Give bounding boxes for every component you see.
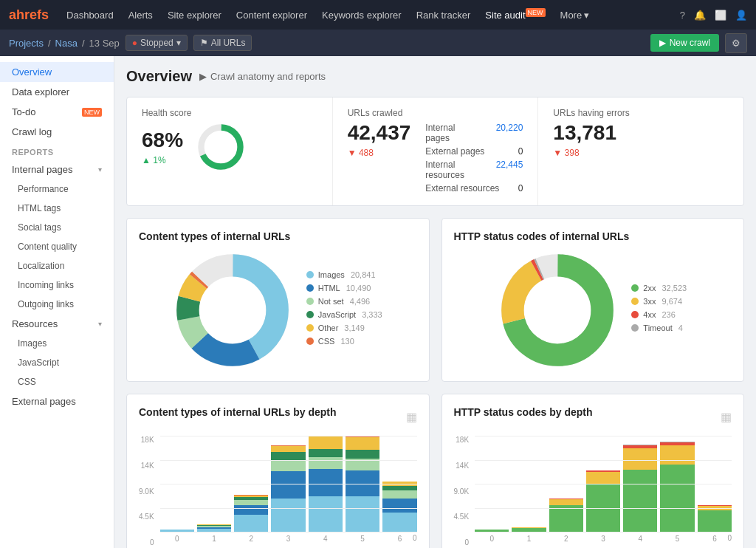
sidebar-item-css[interactable]: CSS (0, 372, 114, 391)
y-axis-labels-1: 18K14K9.0K4.5K0 (139, 436, 157, 547)
svg-point-9 (205, 282, 261, 338)
nav-alerts[interactable]: Alerts (123, 7, 159, 24)
urls-crawled-value: 42,437 (348, 121, 411, 145)
content-types-bar-title: Content types of internal URLs by depth (139, 406, 337, 418)
page-title: Overview (126, 68, 192, 85)
page-subtitle: ▶ Crawl anatomy and reports (199, 71, 326, 82)
bar-charts-row: Content types of internal URLs by depth … (126, 394, 744, 548)
bar-chart-icon-1: ▦ (406, 410, 417, 424)
sidebar-item-social-tags[interactable]: Social tags (0, 218, 114, 237)
filter-urls-button[interactable]: ⚑ All URLs (193, 35, 252, 51)
bar-chart-icon-2: ▦ (721, 410, 732, 424)
crawl-status-badge[interactable]: ● Stopped ▾ (126, 35, 188, 51)
http-status-bar-title: HTTP status codes by depth (454, 406, 593, 418)
y-axis-labels-2: 18K14K9.0K4.5K0 (454, 436, 472, 547)
sidebar-section-reports: REPORTS (0, 142, 114, 160)
sidebar-item-html-tags[interactable]: HTML tags (0, 199, 114, 218)
url-stats-breakdown: Internal pages 20,220 External pages 0 I… (425, 121, 523, 195)
help-icon[interactable]: ? (680, 10, 685, 21)
sidebar-item-data-explorer[interactable]: Data explorer (0, 82, 114, 102)
pie-charts-row: Content types of internal URLs (126, 218, 744, 382)
content-types-pie-title: Content types of internal URLs (139, 230, 417, 242)
nav-content-explorer[interactable]: Content explorer (230, 7, 313, 24)
content-types-legend: Images20,841 HTML10,490 Not set4,496 Jav… (306, 270, 382, 350)
nav-rank-tracker[interactable]: Rank tracker (410, 7, 477, 24)
http-status-legend: 2xx32,523 3xx9,674 4xx236 Timeout4 (631, 284, 687, 337)
breadcrumb-projects[interactable]: Projects (9, 38, 44, 49)
sidebar-item-overview[interactable]: Overview (0, 62, 114, 82)
nav-site-explorer[interactable]: Site explorer (162, 7, 227, 24)
sidebar-item-incoming-links[interactable]: Incoming links (0, 275, 114, 295)
nav-more[interactable]: More ▾ (554, 7, 596, 24)
screen-icon[interactable]: ⬜ (715, 10, 726, 21)
nav-keywords-explorer[interactable]: Keywords explorer (316, 7, 408, 24)
breadcrumb-date: 13 Sep (89, 38, 120, 49)
stats-row: Health score 68% ▲ 1% URLs c (126, 97, 744, 206)
sidebar-item-external-pages[interactable]: External pages (0, 391, 114, 411)
nav-icons: ? 🔔 ⬜ 👤 (680, 10, 747, 21)
user-icon[interactable]: 👤 (735, 10, 747, 21)
sidebar-item-resources[interactable]: Resources ▾ (0, 314, 114, 334)
nav-site-audit[interactable]: Site auditNEW (479, 6, 551, 24)
http-status-pie-card: HTTP status codes of internal URLs (441, 218, 745, 382)
content-types-bar-card: Content types of internal URLs by depth … (126, 394, 430, 548)
sidebar-item-outgoing-links[interactable]: Outgoing links (0, 295, 114, 314)
logo: ahrefs (9, 7, 49, 23)
sidebar-item-internal-pages[interactable]: Internal pages ▾ (0, 160, 114, 179)
http-status-donut (498, 251, 616, 369)
crawl-settings-button[interactable]: ⚙ (725, 33, 747, 53)
sidebar-item-todo[interactable]: To-do NEW (0, 102, 114, 122)
svg-point-1 (202, 127, 241, 166)
health-score-change: ▲ 1% (142, 155, 183, 165)
sidebar-item-content-quality[interactable]: Content quality (0, 237, 114, 256)
notifications-icon[interactable]: 🔔 (694, 10, 706, 21)
urls-crawled-change: ▼ 488 (348, 148, 411, 158)
bar-chart-area-1: 0 1 2 3 4 5 6 0 (160, 436, 417, 547)
urls-errors-label: URLs having errors (553, 108, 729, 118)
urls-crawled-label: URLs crawled (348, 108, 523, 118)
play-icon: ▶ (199, 71, 207, 82)
health-score-value: 68% (142, 129, 183, 152)
sidebar: Overview Data explorer To-do NEW Crawl l… (0, 56, 114, 548)
health-score-donut (195, 121, 247, 173)
sidebar-item-performance[interactable]: Performance (0, 179, 114, 199)
top-navigation: ahrefs Dashboard Alerts Site explorer Co… (0, 0, 756, 30)
x-axis-labels-1: 0 1 2 3 4 5 6 (160, 535, 417, 543)
urls-errors-change: ▼ 398 (553, 148, 729, 158)
nav-dashboard[interactable]: Dashboard (61, 7, 120, 24)
health-score-label: Health score (142, 108, 317, 118)
main-content: Overview ▶ Crawl anatomy and reports Hea… (114, 56, 756, 548)
breadcrumb: Projects / Nasa / 13 Sep (9, 38, 120, 49)
svg-point-15 (529, 282, 585, 338)
urls-errors-value: 13,781 (553, 121, 729, 145)
sidebar-item-localization[interactable]: Localization (0, 256, 114, 275)
x-axis-labels-2: 0 1 2 3 4 5 6 (475, 535, 732, 543)
http-status-pie-title: HTTP status codes of internal URLs (454, 230, 732, 242)
breadcrumb-nasa[interactable]: Nasa (55, 38, 78, 49)
http-status-bar-card: HTTP status codes by depth ▦ 18K14K9.0K4… (441, 394, 745, 548)
sidebar-item-crawl-log[interactable]: Crawl log (0, 122, 114, 142)
health-score-block: Health score 68% ▲ 1% (127, 97, 333, 205)
sub-navigation: Projects / Nasa / 13 Sep ● Stopped ▾ ⚑ A… (0, 30, 756, 56)
content-types-pie-card: Content types of internal URLs (126, 218, 430, 382)
bar-chart-area-2: 0 1 2 3 4 5 6 0 (475, 436, 732, 547)
urls-errors-block: URLs having errors 13,781 ▼ 398 (538, 97, 743, 205)
content-types-donut (173, 251, 292, 369)
urls-crawled-block: URLs crawled 42,437 ▼ 488 Internal pages… (333, 97, 539, 205)
new-crawl-button[interactable]: ▶ New crawl (650, 34, 719, 52)
page-header: Overview ▶ Crawl anatomy and reports (126, 68, 744, 85)
sidebar-item-javascript[interactable]: JavaScript (0, 353, 114, 372)
sidebar-item-images[interactable]: Images (0, 334, 114, 353)
